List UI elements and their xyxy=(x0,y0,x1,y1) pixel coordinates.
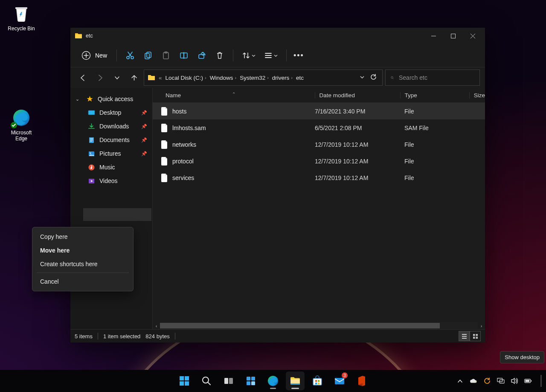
navpane-item-localdisk[interactable] xyxy=(83,208,151,221)
navpane-item-downloads[interactable]: Downloads 📌 xyxy=(70,119,152,133)
file-row[interactable]: protocol 12/7/2019 10:12 AM File xyxy=(153,153,485,169)
rename-button[interactable] xyxy=(175,47,193,64)
svg-rect-12 xyxy=(184,53,187,58)
thumbnails-view-button[interactable] xyxy=(470,331,481,341)
widgets-button[interactable] xyxy=(241,372,260,390)
task-view-icon xyxy=(223,375,234,386)
titlebar[interactable]: etc xyxy=(70,28,485,44)
svg-rect-40 xyxy=(313,378,322,385)
tray-battery-icon[interactable] xyxy=(524,377,532,385)
address-history-button[interactable] xyxy=(360,75,365,81)
navpane-quick-access[interactable]: ⌄ Quick access xyxy=(70,92,152,106)
desktop[interactable]: Recycle Bin Microsoft Edge xyxy=(0,0,546,392)
scroll-track[interactable] xyxy=(160,322,478,329)
back-button[interactable] xyxy=(76,70,90,85)
breadcrumb-segment[interactable]: System32› xyxy=(240,75,269,81)
details-view-button[interactable] xyxy=(459,331,470,341)
context-menu-copy-here[interactable]: Copy here xyxy=(32,230,133,244)
cut-button[interactable] xyxy=(121,47,139,64)
address-bar[interactable]: « Local Disk (C:)› Windows› System32› dr… xyxy=(144,70,383,86)
file-row[interactable]: hosts 7/16/2021 3:40 PM File xyxy=(153,103,485,119)
copy-button[interactable] xyxy=(139,47,157,64)
maximize-button[interactable] xyxy=(443,29,463,43)
file-explorer-icon xyxy=(289,375,301,387)
tray-volume-icon[interactable] xyxy=(511,377,518,385)
taskbar[interactable]: 3 xyxy=(0,370,546,392)
svg-rect-43 xyxy=(315,383,317,384)
pin-icon: 📌 xyxy=(141,137,147,143)
taskbar-app-mail[interactable]: 3 xyxy=(330,372,349,390)
search-input[interactable] xyxy=(398,74,474,81)
file-icon xyxy=(161,157,168,166)
file-rows: hosts 7/16/2021 3:40 PM File lmhosts.sam… xyxy=(153,103,485,322)
view-button[interactable] xyxy=(260,47,282,64)
delete-button[interactable] xyxy=(211,47,229,64)
context-menu-cancel[interactable]: Cancel xyxy=(32,275,133,288)
refresh-button[interactable] xyxy=(368,73,379,82)
scroll-right-icon[interactable]: › xyxy=(478,323,485,328)
share-button[interactable] xyxy=(193,47,211,64)
taskbar-app-edge[interactable] xyxy=(264,372,282,390)
show-desktop-button[interactable] xyxy=(540,375,542,387)
navpane-item-documents[interactable]: Documents 📌 xyxy=(70,133,152,147)
breadcrumb-segment[interactable]: drivers› xyxy=(272,75,293,81)
scroll-left-icon[interactable]: ‹ xyxy=(153,323,160,328)
toolbar-divider xyxy=(286,49,287,61)
start-button[interactable] xyxy=(175,372,194,390)
command-bar: New xyxy=(70,44,485,67)
search-button[interactable] xyxy=(197,372,216,390)
navpane-item-desktop[interactable]: Desktop 📌 xyxy=(70,106,152,119)
column-header-date[interactable]: Date modified xyxy=(315,92,400,99)
navigation-pane[interactable]: ⌄ Quick access Desktop 📌 xyxy=(70,88,153,329)
minimize-button[interactable] xyxy=(424,29,443,43)
recent-locations-button[interactable] xyxy=(110,70,124,85)
column-header-type[interactable]: Type xyxy=(400,92,469,99)
paste-button[interactable] xyxy=(157,47,175,64)
taskbar-app-office[interactable] xyxy=(352,372,371,390)
search-box[interactable] xyxy=(385,70,480,86)
new-button[interactable]: New xyxy=(76,48,112,63)
svg-rect-9 xyxy=(163,52,168,59)
svg-rect-8 xyxy=(147,52,151,58)
svg-rect-26 xyxy=(180,376,184,380)
tray-display-icon[interactable] xyxy=(497,377,505,385)
tray-onedrive-icon[interactable] xyxy=(470,377,477,385)
file-row[interactable]: services 12/7/2019 10:12 AM File xyxy=(153,169,485,186)
desktop-icon-edge[interactable]: Microsoft Edge xyxy=(3,107,40,142)
taskbar-app-file-explorer[interactable] xyxy=(286,372,305,390)
task-view-button[interactable] xyxy=(219,372,238,390)
videos-icon xyxy=(87,177,95,185)
context-menu-create-shortcuts[interactable]: Create shortcuts here xyxy=(32,257,133,271)
file-list-area: ⌃ Name Date modified Type Size hosts 7/1… xyxy=(153,88,485,329)
navpane-item-videos[interactable]: Videos xyxy=(70,174,152,188)
sort-button[interactable] xyxy=(238,47,260,64)
breadcrumb-segment[interactable]: etc xyxy=(296,75,304,81)
up-button[interactable] xyxy=(127,70,141,85)
breadcrumb-overflow[interactable]: « xyxy=(159,75,162,81)
desktop-icon-recycle-bin[interactable]: Recycle Bin xyxy=(3,3,40,32)
navpane-item-pictures[interactable]: Pictures 📌 xyxy=(70,147,152,160)
file-row[interactable]: lmhosts.sam 6/5/2021 2:08 PM SAM File xyxy=(153,119,485,136)
file-row[interactable]: networks 12/7/2019 10:12 AM File xyxy=(153,136,485,153)
file-date: 12/7/2019 10:12 AM xyxy=(311,174,400,181)
svg-rect-39 xyxy=(290,383,300,385)
breadcrumb-segment[interactable]: Local Disk (C:)› xyxy=(166,75,206,81)
folder-icon xyxy=(75,32,82,40)
tray-overflow-button[interactable] xyxy=(456,377,464,385)
scroll-thumb[interactable] xyxy=(160,323,440,328)
horizontal-scrollbar[interactable]: ‹ › xyxy=(153,322,485,329)
close-button[interactable] xyxy=(463,29,482,43)
svg-rect-45 xyxy=(335,378,344,384)
windows-logo-icon xyxy=(179,375,190,386)
file-icon xyxy=(161,140,168,149)
more-button[interactable]: ••• xyxy=(291,51,307,60)
column-header-size[interactable]: Size xyxy=(469,92,485,99)
taskbar-app-store[interactable] xyxy=(308,372,327,390)
column-header-name[interactable]: ⌃ Name xyxy=(153,92,315,99)
system-tray[interactable] xyxy=(456,375,546,387)
breadcrumb-segment[interactable]: Windows› xyxy=(210,75,236,81)
tray-update-icon[interactable] xyxy=(483,377,491,385)
context-menu-move-here[interactable]: Move here xyxy=(32,244,133,257)
navpane-item-music[interactable]: Music xyxy=(70,160,152,174)
forward-button[interactable] xyxy=(93,70,107,85)
